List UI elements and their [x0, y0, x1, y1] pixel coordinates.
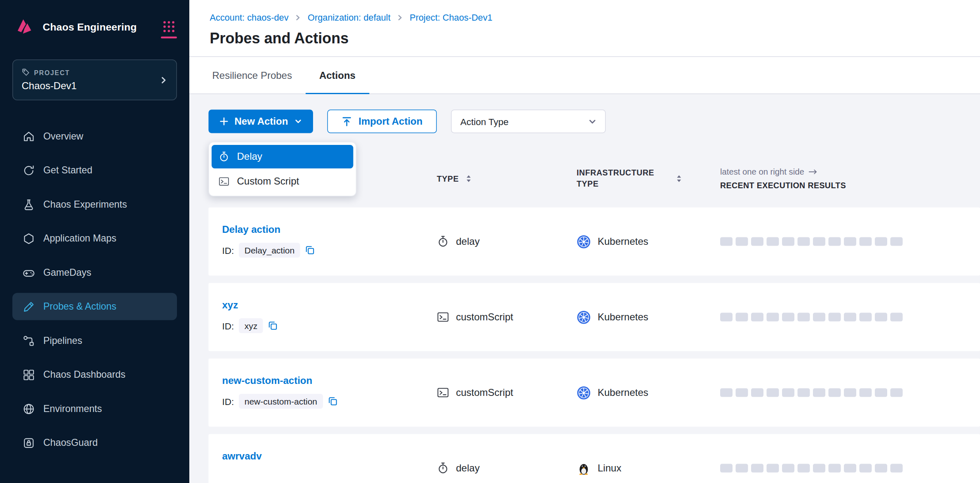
execution-result-placeholder: [798, 237, 810, 246]
tabs: Resilience ProbesActions: [189, 57, 980, 94]
execution-result-placeholder: [844, 388, 856, 397]
results-cell: [720, 313, 980, 322]
app-title: Chaos Engineering: [43, 21, 163, 33]
menu-item-delay[interactable]: Delay: [212, 145, 353, 168]
row-id: ID:Delay_action: [222, 243, 431, 258]
column-header-infrastructure-type: INFRASTRUCTURE TYPE: [577, 168, 720, 189]
sidebar-item-probes-actions[interactable]: Probes & Actions: [12, 293, 177, 320]
infrastructure-cell: Kubernetes: [577, 310, 720, 324]
sidebar-item-environments[interactable]: Environments: [12, 395, 177, 422]
sidebar-item-label: Overview: [43, 131, 83, 142]
sidebar-nav: OverviewGet StartedChaos ExperimentsAppl…: [0, 100, 189, 457]
breadcrumb-link[interactable]: Project: Chaos-Dev1: [410, 12, 492, 22]
probes-actions-icon: [22, 300, 35, 313]
chevron-down-icon: [588, 117, 596, 125]
sidebar-item-label: Get Started: [43, 165, 92, 176]
row-id: ID:new-custom-action: [222, 394, 431, 409]
sidebar-item-pipelines[interactable]: Pipelines: [12, 327, 177, 354]
execution-result-placeholder: [736, 237, 748, 246]
action-type-select[interactable]: Action Type: [451, 110, 605, 133]
execution-result-placeholder: [829, 388, 841, 397]
execution-result-placeholder: [782, 313, 794, 322]
content: New Action Import Action Action Type Del…: [189, 94, 980, 483]
execution-result-placeholder: [767, 313, 779, 322]
chaos-engineering-logo-icon: [14, 16, 35, 37]
action-name-link[interactable]: xyz: [222, 300, 238, 311]
copy-icon[interactable]: [268, 321, 278, 331]
breadcrumb-link[interactable]: Organization: default: [308, 12, 391, 22]
chevron-right-icon: [397, 14, 404, 21]
stopwatch-icon: [437, 235, 449, 248]
menu-item-custom-script[interactable]: Custom Script: [212, 170, 353, 193]
execution-result-placeholder: [720, 388, 733, 397]
action-name-link[interactable]: new-custom-action: [222, 375, 313, 386]
sidebar-item-label: Chaos Dashboards: [43, 369, 125, 380]
sidebar-item-gamedays[interactable]: GameDays: [12, 259, 177, 286]
execution-result-placeholder: [736, 388, 748, 397]
execution-result-placeholder: [875, 464, 887, 473]
new-action-label: New Action: [235, 116, 288, 127]
sidebar-item-label: Environments: [43, 403, 102, 414]
execution-result-placeholder: [720, 313, 733, 322]
script-icon: [437, 386, 449, 399]
copy-icon[interactable]: [305, 245, 315, 255]
sidebar-item-application-maps[interactable]: Application Maps: [12, 225, 177, 252]
type-cell: delay: [437, 462, 577, 474]
execution-result-placeholder: [782, 464, 794, 473]
infrastructure-cell: Kubernetes: [577, 386, 720, 400]
copy-icon[interactable]: [328, 396, 338, 406]
sidebar-item-get-started[interactable]: Get Started: [12, 157, 177, 184]
execution-result-placeholder: [844, 313, 856, 322]
sidebar-item-chaosguard[interactable]: ChaosGuard: [12, 429, 177, 457]
execution-result-placeholder: [751, 464, 763, 473]
kubernetes-icon: [577, 386, 591, 400]
breadcrumb: Account: chaos-devOrganization: defaultP…: [210, 11, 980, 24]
plus-icon: [220, 117, 229, 126]
sidebar-item-label: GameDays: [43, 267, 91, 278]
import-action-button[interactable]: Import Action: [327, 110, 437, 133]
kubernetes-icon: [577, 310, 591, 324]
execution-result-placeholder: [736, 313, 748, 322]
execution-result-placeholder: [751, 388, 763, 397]
sidebar-item-chaos-dashboards[interactable]: Chaos Dashboards: [12, 361, 177, 388]
execution-result-placeholder: [767, 388, 779, 397]
execution-result-placeholder: [720, 464, 733, 473]
app-root: Chaos Engineering PROJECT Chaos-Dev1 Ove…: [0, 0, 980, 483]
id-label: ID:: [222, 320, 234, 331]
stopwatch-icon: [219, 151, 230, 162]
chevron-down-icon: [294, 118, 302, 125]
project-selector[interactable]: PROJECT Chaos-Dev1: [12, 59, 177, 100]
sidebar-item-overview[interactable]: Overview: [12, 123, 177, 150]
new-action-button[interactable]: New Action: [209, 110, 313, 133]
module-switcher-grid-icon[interactable]: [162, 20, 176, 33]
execution-result-placeholder: [890, 388, 903, 397]
execution-result-placeholder: [798, 388, 810, 397]
sort-icon[interactable]: [676, 174, 682, 182]
table-body: Delay actionID:Delay_actiondelayKubernet…: [209, 208, 980, 483]
execution-result-placeholder: [782, 388, 794, 397]
execution-result-placeholder: [860, 388, 872, 397]
results-cell: [720, 388, 980, 397]
sort-icon[interactable]: [466, 174, 471, 182]
id-label: ID:: [222, 245, 234, 256]
action-name-link[interactable]: Delay action: [222, 224, 280, 235]
execution-result-placeholder: [890, 464, 903, 473]
name-cell: Delay actionID:Delay_action: [209, 208, 437, 258]
execution-result-placeholder: [829, 464, 841, 473]
sidebar: Chaos Engineering PROJECT Chaos-Dev1 Ove…: [0, 0, 189, 483]
execution-result-placeholder: [860, 313, 872, 322]
tab-actions[interactable]: Actions: [306, 57, 369, 94]
breadcrumb-link[interactable]: Account: chaos-dev: [210, 12, 289, 22]
execution-result-placeholder: [844, 237, 856, 246]
tab-resilience-probes[interactable]: Resilience Probes: [199, 57, 306, 94]
sidebar-item-chaos-experiments[interactable]: Chaos Experiments: [12, 191, 177, 218]
execution-result-placeholder: [798, 464, 810, 473]
get-started-icon: [22, 164, 35, 177]
home-icon: [22, 130, 35, 143]
arrow-right-icon: [808, 169, 817, 175]
execution-result-placeholder: [736, 464, 748, 473]
execution-result-placeholder: [829, 237, 841, 246]
action-name-link[interactable]: awrvadv: [222, 451, 262, 462]
main: Account: chaos-devOrganization: defaultP…: [189, 0, 980, 483]
sidebar-item-label: Application Maps: [43, 233, 116, 244]
